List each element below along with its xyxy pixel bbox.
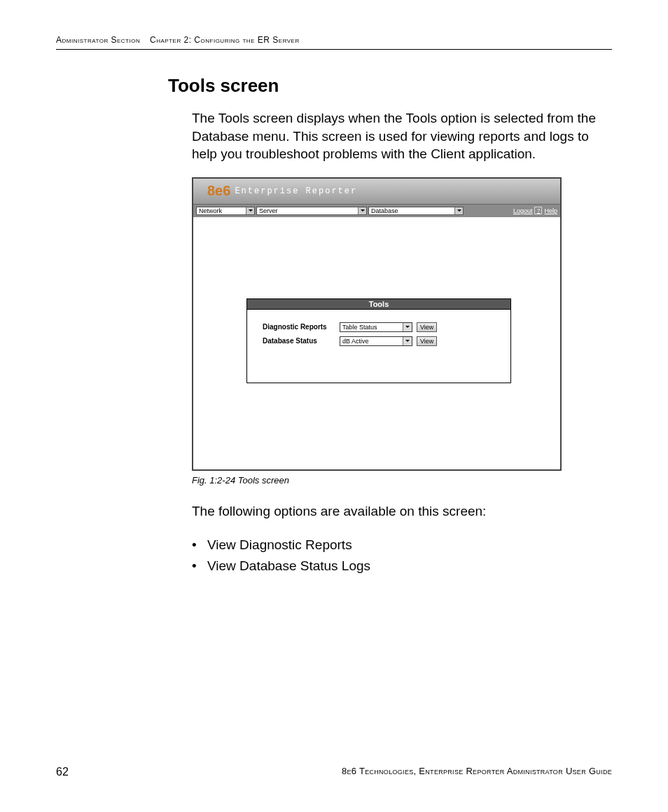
view-button[interactable]: View xyxy=(417,336,437,346)
database-status-row: Database Status dB Active View xyxy=(263,336,502,346)
chevron-down-icon[interactable] xyxy=(358,207,366,214)
header-section: Administrator Section xyxy=(56,35,140,45)
brand-text: Enterprise Reporter xyxy=(235,186,357,196)
menu-network[interactable]: Network xyxy=(196,207,255,215)
chevron-down-icon[interactable] xyxy=(246,207,254,214)
figure-caption: Fig. 1:2-24 Tools screen xyxy=(192,475,598,486)
diagnostic-reports-row: Diagnostic Reports Table Status View xyxy=(263,322,502,332)
menu-server[interactable]: Server xyxy=(256,207,367,215)
header-chapter: Chapter 2: Configuring the ER Server xyxy=(150,35,300,45)
menu-network-label: Network xyxy=(197,207,224,214)
app-menubar: Network Server Database Logout xyxy=(193,205,560,217)
tools-panel: Tools Diagnostic Reports Table Status Vi… xyxy=(246,298,511,383)
view-button[interactable]: View xyxy=(417,322,437,332)
options-list: View Diagnostic Reports View Database St… xyxy=(192,535,598,577)
database-status-select[interactable]: dB Active xyxy=(340,336,412,346)
section-title: Tools screen xyxy=(168,75,598,97)
running-header: Administrator Section Chapter 2: Configu… xyxy=(56,35,612,50)
menu-database[interactable]: Database xyxy=(368,207,464,215)
chevron-down-icon[interactable] xyxy=(403,337,412,345)
database-status-label: Database Status xyxy=(263,337,335,345)
menu-server-label: Server xyxy=(257,207,280,214)
help-icon[interactable]: ? xyxy=(534,207,542,214)
menu-database-label: Database xyxy=(369,207,401,214)
intro-paragraph: The Tools screen displays when the Tools… xyxy=(192,109,598,163)
diagnostic-reports-value: Table Status xyxy=(340,324,403,331)
tools-panel-title: Tools xyxy=(247,299,510,310)
database-status-value: dB Active xyxy=(340,338,403,345)
list-item: View Diagnostic Reports xyxy=(192,535,598,556)
help-link[interactable]: Help xyxy=(544,207,557,214)
options-intro: The following options are available on t… xyxy=(192,502,598,521)
chevron-down-icon[interactable] xyxy=(403,323,412,331)
chevron-down-icon[interactable] xyxy=(454,207,463,214)
app-screenshot: 8e6 Enterprise Reporter Network Server D… xyxy=(192,177,562,471)
brand-logo: 8e6 xyxy=(207,183,230,199)
page-number: 62 xyxy=(56,766,69,778)
app-header: 8e6 Enterprise Reporter xyxy=(193,179,560,205)
list-item: View Database Status Logs xyxy=(192,556,598,577)
app-body: Tools Diagnostic Reports Table Status Vi… xyxy=(193,217,560,469)
footer-text: 8e6 Technologies, Enterprise Reporter Ad… xyxy=(342,766,612,778)
page-footer: 62 8e6 Technologies, Enterprise Reporter… xyxy=(56,766,612,778)
diagnostic-reports-label: Diagnostic Reports xyxy=(263,323,335,331)
diagnostic-reports-select[interactable]: Table Status xyxy=(340,322,412,332)
logout-link[interactable]: Logout xyxy=(513,207,533,214)
